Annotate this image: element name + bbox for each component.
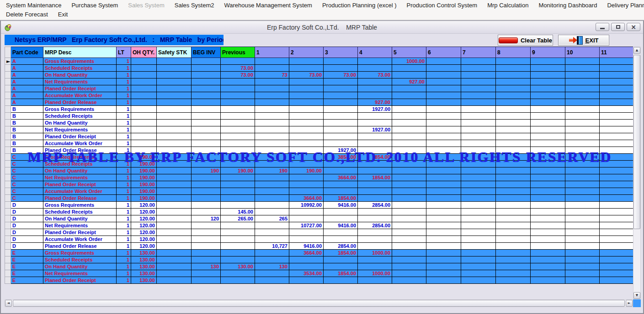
close-button[interactable]: × <box>627 23 640 31</box>
cell-p10[interactable] <box>565 154 600 161</box>
cell-p7[interactable] <box>461 72 496 78</box>
cell-prev[interactable] <box>221 181 255 188</box>
cell-p3[interactable]: 9416.00 <box>324 222 358 229</box>
cell-p9[interactable] <box>531 215 565 222</box>
cell-p8[interactable] <box>496 209 531 215</box>
cell-lt[interactable]: 1 <box>117 236 131 243</box>
cell-part[interactable]: C <box>11 195 43 202</box>
cell-p4[interactable] <box>358 195 392 202</box>
cell-p2[interactable] <box>289 263 324 270</box>
cell-p11[interactable] <box>600 209 633 215</box>
cell-desc[interactable]: Planed Order Receipt <box>43 181 117 188</box>
cell-p8[interactable] <box>496 236 531 243</box>
cell-p5[interactable] <box>392 99 426 106</box>
menu-item-warehouse-management-system[interactable]: Warehouse Management System <box>219 1 317 10</box>
cell-p9[interactable] <box>531 113 565 120</box>
cell-p6[interactable] <box>426 120 461 126</box>
cell-p8[interactable] <box>496 188 531 195</box>
cell-p4[interactable] <box>358 161 392 167</box>
cell-p9[interactable] <box>531 195 565 202</box>
cell-part[interactable]: E <box>11 256 43 263</box>
cell-prev[interactable] <box>221 277 255 284</box>
cell-part[interactable]: E <box>11 263 43 270</box>
cell-safety[interactable] <box>157 140 192 147</box>
cell-p11[interactable] <box>600 99 633 106</box>
cell-beg[interactable] <box>192 256 221 263</box>
cell-safety[interactable] <box>157 270 192 277</box>
cell-part[interactable]: C <box>11 161 43 167</box>
cell-prev[interactable] <box>221 85 255 92</box>
cell-p7[interactable] <box>461 140 496 147</box>
row-selector[interactable] <box>5 161 11 167</box>
cell-safety[interactable] <box>157 277 192 284</box>
row-selector[interactable] <box>5 270 11 277</box>
row-selector[interactable] <box>5 250 11 256</box>
cell-p10[interactable] <box>565 195 600 202</box>
row-selector[interactable] <box>5 65 11 72</box>
cell-p11[interactable] <box>600 229 633 236</box>
cell-p2[interactable] <box>289 85 324 92</box>
cell-oh[interactable]: 120.00 <box>131 236 157 243</box>
cell-prev[interactable] <box>221 229 255 236</box>
cell-p3[interactable] <box>324 65 358 72</box>
cell-part[interactable]: B <box>11 126 43 133</box>
cell-prev[interactable] <box>221 250 255 256</box>
cell-prev[interactable]: 265.00 <box>221 215 255 222</box>
cell-p11[interactable] <box>600 222 633 229</box>
cell-p2[interactable] <box>289 229 324 236</box>
cell-prev[interactable] <box>221 174 255 181</box>
cell-p9[interactable] <box>531 126 565 133</box>
cell-p9[interactable] <box>531 78 565 85</box>
cell-p11[interactable] <box>600 133 633 140</box>
cell-p6[interactable] <box>426 72 461 78</box>
cell-p6[interactable] <box>426 58 461 65</box>
row-selector[interactable] <box>5 154 11 161</box>
cell-p6[interactable] <box>426 188 461 195</box>
cell-p11[interactable] <box>600 174 633 181</box>
cell-p3[interactable] <box>324 78 358 85</box>
cell-p7[interactable] <box>461 256 496 263</box>
cell-oh[interactable]: 190.00 <box>131 195 157 202</box>
cell-part[interactable]: E <box>11 270 43 277</box>
cell-desc[interactable]: Planed Order Release <box>43 195 117 202</box>
cell-p5[interactable] <box>392 263 426 270</box>
cell-p5[interactable] <box>392 215 426 222</box>
cell-part[interactable]: D <box>11 243 43 250</box>
cell-p6[interactable] <box>426 236 461 243</box>
column-header-p10[interactable]: 10 <box>565 47 600 58</box>
cell-lt[interactable]: 1 <box>117 126 131 133</box>
cell-p2[interactable] <box>289 133 324 140</box>
clear-table-button[interactable]: Clear Table <box>498 35 553 46</box>
cell-p10[interactable] <box>565 209 600 215</box>
cell-p8[interactable] <box>496 72 531 78</box>
cell-oh[interactable]: 130.00 <box>131 270 157 277</box>
cell-p11[interactable] <box>600 92 633 99</box>
cell-p4[interactable] <box>358 133 392 140</box>
horizontal-scrollbar[interactable]: ◄ ► <box>5 299 633 307</box>
cell-p1[interactable] <box>255 250 289 256</box>
cell-p6[interactable] <box>426 174 461 181</box>
cell-lt[interactable]: 1 <box>117 140 131 147</box>
cell-p5[interactable] <box>392 133 426 140</box>
cell-p7[interactable] <box>461 78 496 85</box>
cell-p4[interactable] <box>358 229 392 236</box>
cell-p11[interactable] <box>600 250 633 256</box>
cell-p11[interactable] <box>600 58 633 65</box>
cell-safety[interactable] <box>157 202 192 209</box>
cell-p3[interactable] <box>324 263 358 270</box>
cell-p4[interactable] <box>358 65 392 72</box>
cell-p6[interactable] <box>426 113 461 120</box>
cell-p1[interactable] <box>255 99 289 106</box>
cell-prev[interactable]: 73.00 <box>221 65 255 72</box>
cell-oh[interactable] <box>131 72 157 78</box>
cell-p9[interactable] <box>531 202 565 209</box>
cell-p10[interactable] <box>565 140 600 147</box>
cell-p7[interactable] <box>461 195 496 202</box>
cell-p10[interactable] <box>565 250 600 256</box>
cell-p5[interactable] <box>392 270 426 277</box>
cell-part[interactable]: E <box>11 250 43 256</box>
cell-lt[interactable]: 1 <box>117 256 131 263</box>
cell-p9[interactable] <box>531 58 565 65</box>
row-selector[interactable] <box>5 222 11 229</box>
scroll-down-icon[interactable]: ▼ <box>633 292 640 299</box>
